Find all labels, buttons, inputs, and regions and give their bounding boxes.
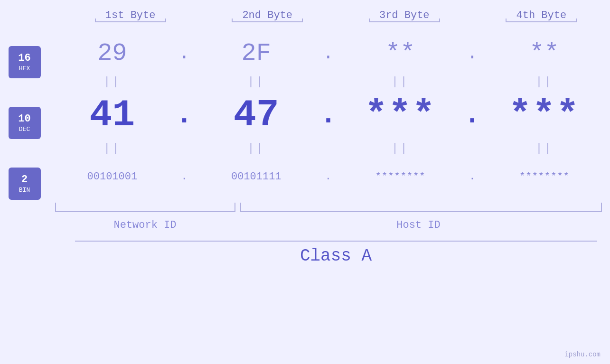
bin-b4-cell: ********: [492, 171, 597, 183]
eq2-b2: ||: [204, 142, 309, 155]
byte3-header: 3rd Byte: [352, 9, 457, 21]
hex-badge: 16 HEX: [9, 46, 41, 78]
hex-b4-cell: **: [492, 39, 597, 67]
bin-badge: 2 BIN: [9, 168, 41, 200]
eq1-b4: ||: [492, 75, 597, 88]
bin-label: BIN: [19, 187, 30, 194]
dec-row: 41 . 47 . *** . ***: [55, 89, 602, 141]
bin-b3: ********: [375, 171, 425, 183]
bin-dot1-char: .: [181, 171, 187, 183]
hex-label: HEX: [19, 65, 30, 72]
hex-b2-cell: 2F: [204, 39, 309, 67]
bottom-section: Network ID Host ID: [55, 203, 602, 231]
dot-spacer-3: [463, 9, 482, 22]
byte2-header: 2nd Byte: [215, 9, 319, 21]
dec-badge: 10 DEC: [9, 107, 41, 139]
dec-dot2-char: .: [319, 99, 337, 131]
byte3-header-cell: 3rd Byte: [352, 9, 457, 22]
bin-row: 00101001 . 00101111 . ******** .: [55, 155, 602, 198]
dec-dot3-char: .: [464, 99, 481, 131]
byte4-header: 4th Byte: [489, 9, 593, 21]
hex-dot2: .: [319, 43, 338, 64]
byte1-header: 1st Byte: [78, 9, 183, 21]
eq1-b2: ||: [204, 75, 309, 88]
rows-area: 29 . 2F . ** . **: [55, 32, 602, 231]
hex-dot3-char: .: [467, 43, 478, 64]
eq1-b3: ||: [348, 75, 452, 88]
dec-b1-cell: 41: [60, 93, 164, 137]
main-grid: 16 HEX 10 DEC 2 BIN 29 .: [9, 32, 602, 231]
dec-b4: ***: [509, 93, 580, 137]
hex-number: 16: [18, 52, 30, 65]
hex-b4: **: [529, 39, 559, 67]
hex-b3-cell: **: [348, 39, 452, 67]
class-label: Class A: [75, 246, 597, 266]
dec-dot2: .: [319, 99, 338, 131]
byte2-header-cell: 2nd Byte: [215, 9, 319, 22]
bin-b4: ********: [519, 171, 570, 183]
class-line: [75, 241, 597, 242]
dec-dot1-char: .: [176, 99, 193, 131]
dec-label: DEC: [19, 126, 30, 133]
dot-spacer-1: [189, 9, 208, 22]
main-container: 1st Byte 2nd Byte 3rd Byte 4th Byte: [0, 0, 610, 364]
hex-b2: 2F: [242, 39, 271, 67]
equals-row-2: || || || ||: [55, 141, 602, 155]
network-id-label: Network ID: [55, 219, 235, 231]
hex-b3: **: [385, 39, 415, 67]
byte2-bracket: [232, 21, 303, 22]
byte4-bracket: [506, 21, 577, 22]
bin-dot3-char: .: [469, 171, 475, 183]
hex-dot3: .: [463, 43, 482, 64]
watermark: ipshu.com: [564, 351, 601, 358]
network-bracket: [55, 203, 235, 212]
dot-spacer-2: [326, 9, 345, 22]
byte-headers-row: 1st Byte 2nd Byte 3rd Byte 4th Byte: [75, 9, 597, 22]
bin-number: 2: [21, 174, 28, 186]
host-id-label: Host ID: [235, 219, 602, 231]
bin-b2: 00101111: [231, 171, 282, 183]
bin-b1-cell: 00101001: [60, 171, 164, 183]
bracket-labels: Network ID Host ID: [55, 219, 602, 231]
byte4-header-cell: 4th Byte: [489, 9, 593, 22]
hex-b1-cell: 29: [60, 39, 164, 67]
bin-dot1: .: [175, 171, 194, 183]
hex-b1: 29: [97, 39, 127, 67]
dec-dot3: .: [463, 99, 482, 131]
eq1-b1: ||: [60, 75, 164, 88]
base-labels: 16 HEX 10 DEC 2 BIN: [9, 46, 41, 200]
bin-b3-cell: ********: [348, 171, 452, 183]
equals-row-1: || || || ||: [55, 75, 602, 89]
bin-b1: 00101001: [87, 171, 138, 183]
bin-b2-cell: 00101111: [204, 171, 309, 183]
dec-b1: 41: [89, 93, 135, 137]
eq2-b1: ||: [60, 142, 164, 155]
hex-dot1: .: [175, 43, 194, 64]
dec-b3-cell: ***: [348, 93, 452, 137]
dec-b3: ***: [365, 93, 436, 137]
hex-dot1-char: .: [179, 43, 190, 64]
bottom-brackets: [55, 203, 602, 217]
bin-dot2-char: .: [325, 171, 331, 183]
byte3-bracket: [369, 21, 440, 22]
class-section: Class A: [75, 241, 597, 266]
dec-dot1: .: [175, 99, 194, 131]
hex-row: 29 . 2F . ** . **: [55, 32, 602, 75]
dec-b4-cell: ***: [492, 93, 597, 137]
hex-dot2-char: .: [323, 43, 334, 64]
eq2-b4: ||: [492, 142, 597, 155]
byte1-header-cell: 1st Byte: [78, 9, 183, 22]
byte1-bracket: [95, 21, 166, 22]
host-bracket: [240, 203, 602, 212]
eq2-b3: ||: [348, 142, 452, 155]
dec-number: 10: [18, 113, 30, 125]
dec-b2-cell: 47: [204, 93, 309, 137]
dec-b2: 47: [234, 93, 279, 137]
bin-dot2: .: [319, 171, 338, 183]
bin-dot3: .: [463, 171, 482, 183]
